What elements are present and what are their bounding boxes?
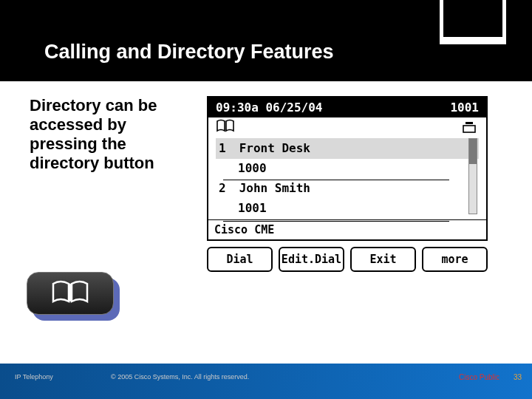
footer-classification: Cisco Public: [459, 373, 499, 381]
list-item-number: 1000: [216, 159, 479, 178]
softkey-dial[interactable]: Dial: [207, 247, 273, 272]
list-item[interactable]: 1 Front Desk: [216, 138, 479, 159]
list-item-number: 1001: [216, 199, 479, 218]
svg-rect-1: [466, 122, 473, 124]
directory-button: [27, 272, 114, 315]
scrollbar-thumb[interactable]: [469, 139, 477, 164]
book-icon: [50, 279, 90, 307]
list-index: 1: [219, 138, 232, 159]
softkey-more[interactable]: more: [422, 247, 488, 272]
footer-copyright: © 2005 Cisco Systems, Inc. All rights re…: [111, 373, 249, 381]
divider: [223, 180, 449, 180]
description-text: Directory can be accessed by pressing th…: [30, 96, 185, 173]
prompt-line: Cisco CME: [208, 219, 486, 239]
slide-title: Calling and Directory Features: [44, 41, 334, 64]
scrollbar[interactable]: [468, 138, 477, 214]
notch-decoration-inner: [443, 0, 502, 37]
softkey-editdial[interactable]: Edit.Dial: [279, 247, 344, 272]
svg-rect-2: [463, 126, 475, 132]
list-item[interactable]: 2 John Smith: [216, 178, 479, 199]
lcd-body: 1 Front Desk 1000 2 John Smith 1001: [208, 117, 486, 239]
list-name: John Smith: [239, 181, 310, 195]
list-index: 2: [219, 178, 232, 199]
status-bar: 09:30a 06/25/04 1001: [208, 98, 486, 117]
status-extension: 1001: [450, 100, 479, 115]
footer-left: IP Telephony: [15, 373, 53, 381]
phone-handset-icon: [461, 120, 477, 134]
phone-screen-mockup: 09:30a 06/25/04 1001: [207, 96, 488, 272]
status-time-date: 09:30a 06/25/04: [216, 100, 323, 115]
directory-list: 1 Front Desk 1000 2 John Smith 1001: [216, 138, 479, 218]
softkey-exit[interactable]: Exit: [350, 247, 416, 272]
slide: Calling and Directory Features Directory…: [0, 0, 532, 399]
lcd-frame: 09:30a 06/25/04 1001: [207, 96, 488, 241]
footer-page-number: 33: [514, 373, 522, 381]
directory-button-illustration: [27, 272, 121, 322]
softkey-row: Dial Edit.Dial Exit more: [207, 247, 488, 272]
footer: IP Telephony © 2005 Cisco Systems, Inc. …: [0, 368, 532, 386]
book-icon: [216, 119, 235, 135]
slide-body: Directory can be accessed by pressing th…: [30, 96, 502, 347]
list-name: Front Desk: [239, 141, 310, 155]
